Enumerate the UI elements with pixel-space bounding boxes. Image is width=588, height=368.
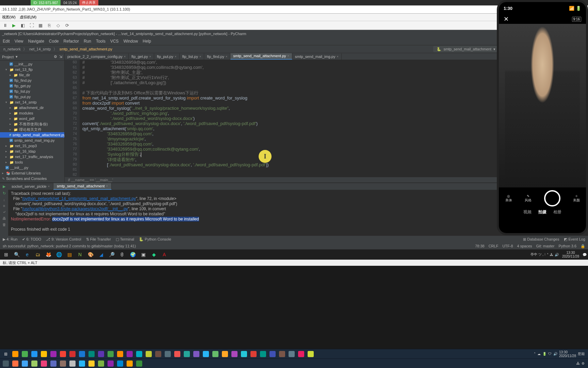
- camera-tool-fengge[interactable]: ✎风格: [525, 194, 532, 203]
- breadcrumb-file[interactable]: smtp_send_mail_attachment.py: [58, 47, 114, 51]
- host-clock[interactable]: 13:302020/11/28: [559, 350, 576, 358]
- guest-clock[interactable]: 13:30 2020/11/28: [560, 251, 581, 258]
- host-app-icon[interactable]: [49, 350, 58, 358]
- tree-folder-backup[interactable]: ▸📁不推荐使用(备份): [0, 121, 64, 127]
- breadcrumb-pkg[interactable]: net_14_smtp: [28, 47, 52, 51]
- tray-network-icon[interactable]: 🖧: [550, 253, 553, 257]
- vm-menu-machine[interactable]: 虚拟机(M): [20, 15, 37, 20]
- host-app-icon[interactable]: [259, 350, 267, 358]
- breadcrumb-root[interactable]: n_network: [2, 47, 22, 51]
- host-app-icon[interactable]: [192, 350, 201, 358]
- wrap-icon[interactable]: ⤶: [3, 210, 6, 214]
- collapse-icon[interactable]: ⇲: [59, 55, 62, 59]
- host-app-icon[interactable]: [78, 350, 86, 358]
- tab-practice[interactable]: practice_2_2_compare_config.py×: [65, 53, 129, 60]
- tree-file-smtpimg[interactable]: Psmtp_send_mail_img.py: [0, 138, 64, 143]
- vm-menu-view[interactable]: 视图(W): [2, 15, 16, 20]
- status-indent[interactable]: 4 spaces: [517, 244, 532, 248]
- mode-photo[interactable]: 拍摄: [538, 209, 546, 215]
- pycharm-icon[interactable]: ◆: [149, 250, 159, 259]
- status-enc[interactable]: UTF-8: [502, 244, 513, 248]
- layout-icon[interactable]: ≡: [3, 204, 5, 208]
- print-icon[interactable]: 🖶: [2, 216, 6, 220]
- tab-smtpatt[interactable]: smtp_send_mail_attachment.py×: [230, 53, 292, 60]
- host-app-icon[interactable]: [135, 359, 144, 368]
- host-app-icon[interactable]: [230, 350, 239, 358]
- sublime-icon[interactable]: ▤: [65, 250, 74, 259]
- host-app-icon[interactable]: [182, 350, 191, 358]
- menu-vcs[interactable]: VCS: [110, 39, 119, 44]
- host-app-icon[interactable]: [11, 350, 20, 358]
- tree-folder-theory[interactable]: ▸📁理论相关文件: [0, 127, 64, 132]
- tree-folder-modules[interactable]: ▸📁modules: [0, 110, 64, 116]
- host-app-icon[interactable]: [106, 359, 115, 368]
- host-app-icon[interactable]: [68, 350, 77, 358]
- menu-tools[interactable]: Tools: [96, 39, 105, 44]
- explorer-icon[interactable]: 🗂: [33, 250, 43, 259]
- run-config-selector[interactable]: 🐍 smtp_send_mail_attachment ▾: [433, 46, 499, 52]
- host-app-icon[interactable]: [268, 350, 277, 358]
- paint-icon[interactable]: 🎨: [86, 250, 95, 259]
- tree-folder-net16[interactable]: ▸📁net_16_ldap: [0, 149, 64, 154]
- tree-folder-filedir[interactable]: ▸📁file_dir: [0, 72, 64, 78]
- host-app-icon[interactable]: [116, 350, 125, 358]
- tray-volume-icon[interactable]: 🔊: [555, 253, 559, 257]
- tray-chevron-icon[interactable]: ˄: [534, 352, 536, 356]
- tree-folder-net13[interactable]: ▾📁net_13_ftp: [0, 67, 64, 72]
- host-app-icon[interactable]: [278, 350, 287, 358]
- guest-tray[interactable]: 亭中 ツ , ⁝ ˄ 🖧 🔊 13:30 2020/11/28 💬: [530, 251, 587, 258]
- camera-tool-meiyan[interactable]: ✧美颜: [573, 194, 580, 203]
- database-icon[interactable]: 🛢: [117, 250, 127, 259]
- tree-folder-tools[interactable]: ▸📁tools: [0, 159, 64, 165]
- guest-taskbar[interactable]: ⊞ 🔍 e 🗂 🦊 🌐 ▤ N 🎨 ◢ 🔎 🛢 🌍 ▣ ◆ A 亭中 ツ , ⁝…: [0, 249, 588, 260]
- host-app-icon[interactable]: [59, 350, 67, 358]
- host-taskbar[interactable]: ⊞ ˄ ☁ 🔋 🛡: [0, 349, 588, 368]
- tray-icon[interactable]: 🛡: [548, 352, 552, 356]
- host-app-icon[interactable]: [1, 359, 10, 368]
- host-app-icon[interactable]: [240, 350, 248, 358]
- tree-folder-wordpdf[interactable]: ▸📁word_pdf: [0, 116, 64, 121]
- ime-icon[interactable]: 亭中 ツ , ⁝: [530, 252, 545, 257]
- run-tab-smtp[interactable]: smtp_send_mail_attachment ×: [53, 183, 112, 190]
- host-app-icon[interactable]: [106, 350, 115, 358]
- host-app-icon[interactable]: [306, 350, 315, 358]
- menu-view[interactable]: View: [15, 39, 23, 44]
- stop-icon[interactable]: ↓: [3, 198, 5, 202]
- wireshark-icon[interactable]: ◢: [96, 250, 106, 259]
- host-app-icon[interactable]: [116, 359, 125, 368]
- magnifier-icon[interactable]: 🔎: [107, 250, 116, 259]
- menu-refactor[interactable]: Refactor: [64, 39, 79, 44]
- tree-file-smtpatt[interactable]: Psmtp_send_mail_attachment.py: [0, 132, 64, 138]
- tray-icon[interactable]: ☁: [537, 352, 541, 356]
- vm-tool3-icon[interactable]: ⟳: [64, 22, 70, 29]
- host-app-icon[interactable]: [20, 359, 29, 368]
- host-app-icon[interactable]: [154, 350, 163, 358]
- tab-ftpfind[interactable]: ftp_find.py×: [204, 53, 230, 60]
- host-app-icon[interactable]: [78, 359, 86, 368]
- host-app-icon[interactable]: [30, 350, 39, 358]
- host-tray[interactable]: ˄ ☁ 🔋 🛡 🔊 13:302020/11/28 星期: [534, 350, 587, 358]
- chrome-icon[interactable]: 🌐: [54, 250, 64, 259]
- tree-folder-attach[interactable]: ▸📁attachment_dir: [0, 105, 64, 110]
- tree-file-ftpfind[interactable]: Pftp_find.py: [0, 78, 64, 83]
- host-app-icon[interactable]: [297, 350, 306, 358]
- tray-chevron-icon[interactable]: ˄: [547, 253, 549, 257]
- menu-navigate[interactable]: Navigate: [28, 39, 44, 44]
- globe-icon[interactable]: 🌍: [128, 250, 137, 259]
- tree-folder-net14[interactable]: ▾📁net_14_smtp: [0, 99, 64, 105]
- tab-ftpget[interactable]: ftp_get.py×: [129, 53, 154, 60]
- host-app-icon[interactable]: [87, 359, 96, 368]
- host-app-icon[interactable]: [201, 350, 210, 358]
- tree-scratches[interactable]: ✎Scratches and Consoles: [0, 176, 64, 181]
- vm-play-icon[interactable]: ▶: [11, 22, 17, 29]
- host-app-icon[interactable]: [249, 350, 258, 358]
- run-tab-socket[interactable]: socket_server_pickle ×: [8, 183, 53, 189]
- host-app-icon[interactable]: [97, 359, 105, 368]
- host-app-icon[interactable]: [49, 359, 58, 368]
- vm-snapshot-icon[interactable]: ◧: [20, 22, 26, 29]
- tree-folder-net15[interactable]: ▸📁net_15_pop3: [0, 143, 64, 149]
- tray-icon[interactable]: 🖧: [576, 362, 580, 365]
- host-app-icon[interactable]: [173, 350, 182, 358]
- status-crlf[interactable]: CRLF: [489, 244, 499, 248]
- firefox-icon[interactable]: 🦊: [44, 250, 53, 259]
